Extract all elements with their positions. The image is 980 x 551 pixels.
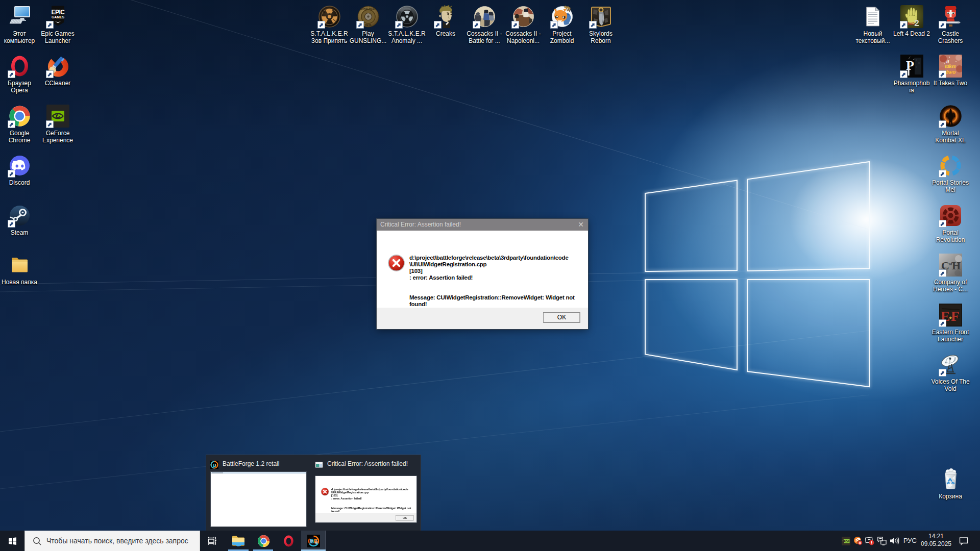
- svg-text:H: H: [952, 259, 961, 272]
- svg-text:GUNSLINGER: GUNSLINGER: [360, 8, 376, 10]
- svg-text:F: F: [951, 309, 960, 324]
- svg-text:F: F: [215, 463, 217, 467]
- svg-text:BETA: BETA: [365, 24, 372, 27]
- svg-text:GAMES: GAMES: [52, 15, 64, 19]
- svg-text:F: F: [314, 538, 317, 544]
- svg-text:two: two: [946, 68, 955, 76]
- svg-text:EPIC: EPIC: [51, 9, 65, 16]
- svg-text:2: 2: [914, 18, 919, 28]
